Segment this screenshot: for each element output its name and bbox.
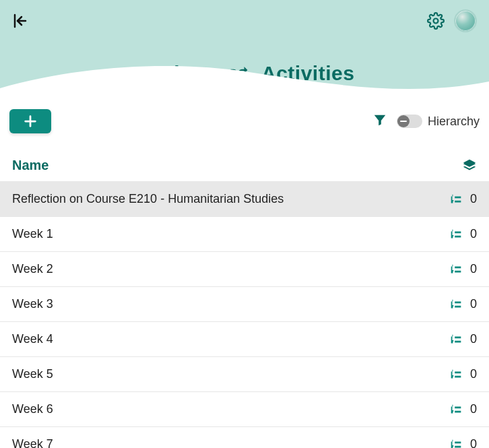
row-count: 0 (470, 262, 477, 276)
tree-icon (449, 367, 463, 382)
row-right: 0 (418, 367, 477, 382)
hierarchy-toggle-label: Hierarchy (428, 115, 480, 129)
add-button[interactable] (9, 109, 51, 133)
row-name: Reflection on Course E210 - Humanitarian… (12, 192, 418, 206)
table-row[interactable]: Week 50 (0, 357, 489, 392)
layers-icon[interactable] (462, 158, 477, 173)
toolbar: Hierarchy (0, 101, 489, 137)
row-right: 0 (418, 297, 477, 312)
row-right: 0 (418, 262, 477, 277)
tree-icon (449, 262, 463, 277)
row-count: 0 (470, 297, 477, 311)
table-row[interactable]: Week 30 (0, 287, 489, 322)
table-header: Name (0, 150, 489, 182)
header-wave (0, 61, 489, 101)
row-count: 0 (470, 192, 477, 206)
svg-point-2 (434, 19, 438, 24)
table-row[interactable]: Week 20 (0, 252, 489, 287)
row-right: 0 (418, 227, 477, 242)
column-name-header[interactable]: Name (12, 158, 418, 173)
row-name: Week 3 (12, 297, 418, 311)
row-right: 0 (418, 332, 477, 347)
tree-icon (449, 437, 463, 449)
table-row[interactable]: Week 70 (0, 427, 489, 448)
row-count: 0 (470, 367, 477, 381)
row-name: Week 2 (12, 262, 418, 276)
table-row[interactable]: Week 60 (0, 392, 489, 427)
hierarchy-toggle[interactable] (397, 115, 422, 128)
app-header: Settings Activities (0, 0, 489, 101)
row-name: Week 5 (12, 367, 418, 381)
row-right: 0 (418, 192, 477, 207)
tree-icon (449, 227, 463, 242)
gear-icon[interactable] (427, 12, 445, 30)
collapse-sidebar-icon[interactable] (12, 13, 28, 29)
tree-icon (449, 402, 463, 417)
table-row[interactable]: Week 40 (0, 322, 489, 357)
tree-icon (449, 332, 463, 347)
filter-icon[interactable] (372, 113, 387, 130)
table-row[interactable]: Reflection on Course E210 - Humanitarian… (0, 182, 489, 217)
table-row[interactable]: Week 10 (0, 217, 489, 252)
row-right: 0 (418, 402, 477, 417)
avatar[interactable] (454, 9, 477, 32)
row-name: Week 4 (12, 332, 418, 346)
hierarchy-toggle-group: Hierarchy (397, 115, 480, 129)
row-count: 0 (470, 332, 477, 346)
tree-icon (449, 192, 463, 207)
topbar (0, 9, 489, 32)
row-count: 0 (470, 227, 477, 241)
row-right: 0 (418, 437, 477, 449)
row-count: 0 (470, 402, 477, 416)
tree-icon (449, 297, 463, 312)
activities-table: Name Reflection on Course E210 - Humanit… (0, 150, 489, 448)
row-name: Week 6 (12, 402, 418, 416)
row-name: Week 7 (12, 437, 418, 448)
row-name: Week 1 (12, 227, 418, 241)
row-count: 0 (470, 437, 477, 448)
